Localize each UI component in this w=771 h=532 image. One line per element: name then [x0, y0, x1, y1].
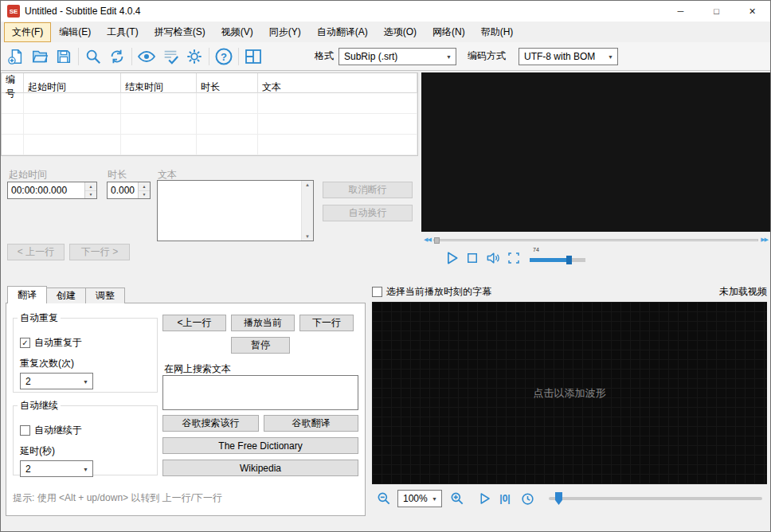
playback-speed-button[interactable] — [519, 490, 536, 507]
tab-create[interactable]: 创建 — [46, 288, 86, 303]
find-button[interactable] — [81, 45, 105, 68]
textarea-scrollbar[interactable]: ▲ ▼ — [301, 181, 313, 241]
spellcheck-icon — [162, 48, 179, 65]
web-search-input[interactable] — [162, 375, 358, 410]
toolbar-separator — [131, 48, 132, 65]
play-button[interactable] — [442, 248, 461, 268]
prev-line-button[interactable]: < 上一行 — [7, 244, 65, 260]
scroll-up-icon[interactable]: ▲ — [305, 182, 310, 187]
video-seekbar[interactable] — [433, 239, 758, 241]
volume-thumb[interactable] — [566, 256, 572, 264]
select-current-subtitle-checkbox[interactable] — [372, 287, 382, 297]
seek-forward-icon[interactable]: ▶▶ — [758, 237, 770, 243]
fullscreen-button[interactable] — [504, 248, 523, 268]
video-display[interactable] — [421, 72, 770, 232]
menu-tools[interactable]: 工具(T) — [99, 22, 146, 42]
translate-prev-button[interactable]: <上一行 — [162, 315, 226, 331]
duration-spinner[interactable]: 0.000 ▲ ▼ — [107, 182, 151, 199]
google-translate-button[interactable]: 谷歌翻译 — [264, 415, 358, 432]
clock-icon — [520, 491, 535, 507]
new-button[interactable] — [4, 45, 28, 68]
waveform-zoom-select[interactable]: 100% ▼ — [397, 490, 442, 507]
table-row[interactable] — [2, 93, 417, 114]
seekbar-thumb[interactable] — [434, 237, 440, 244]
menu-sync[interactable]: 同步(Y) — [261, 22, 309, 42]
auto-continue-checkbox-row[interactable]: 自动继续于 — [20, 424, 82, 437]
scroll-down-icon[interactable]: ▼ — [305, 234, 310, 239]
preview-button[interactable] — [135, 45, 159, 68]
window-title: Untitled - Subtitle Edit 4.0.4 — [25, 6, 140, 17]
window-controls: ─ □ ✕ — [663, 1, 770, 22]
tab-adjust[interactable]: 调整 — [85, 288, 125, 303]
start-time-spinner[interactable]: 00:00:00.000 ▲ ▼ — [7, 182, 97, 199]
translate-next-button[interactable]: 下一行 — [299, 315, 354, 331]
waveform-controls: 100% ▼ |0| — [372, 488, 767, 509]
tab-translate[interactable]: 翻译 — [7, 286, 47, 303]
refresh-arrows-icon — [108, 48, 126, 65]
free-dictionary-button[interactable]: The Free Dictionary — [162, 437, 358, 454]
autobreak-button[interactable]: 自动换行 — [323, 205, 413, 221]
play-current-button[interactable]: 播放当前 — [231, 315, 295, 331]
google-search-button[interactable]: 谷歌搜索该行 — [162, 415, 259, 432]
video-seek-row: ◀◀ ▶▶ — [421, 234, 770, 245]
maximize-button[interactable]: □ — [699, 1, 734, 22]
format-select[interactable]: SubRip (.srt) ▼ — [339, 48, 456, 65]
gear-icon — [186, 48, 203, 65]
waveform-area[interactable]: 点击以添加波形 — [372, 302, 767, 484]
mute-button[interactable] — [483, 248, 503, 268]
encoding-select[interactable]: UTF-8 with BOM ▼ — [519, 48, 618, 65]
wikipedia-button[interactable]: Wikipedia — [162, 460, 358, 476]
spin-down-icon[interactable]: ▼ — [139, 191, 150, 199]
subtitle-text-area[interactable]: ▲ ▼ — [157, 180, 314, 241]
hint-text: 提示: 使用 <Alt + up/down> 以转到 上一行/下一行 — [13, 491, 222, 505]
repeat-count-select[interactable]: 2 ▼ — [20, 373, 93, 389]
translate-panel: 翻译 创建 调整 自动重复 ✓ 自动重复于 重复次数(次) 2 ▼ — [6, 286, 366, 516]
minimize-button[interactable]: ─ — [663, 1, 699, 22]
settings-button[interactable] — [182, 45, 206, 68]
layout-button[interactable] — [241, 45, 265, 68]
waveform-play-button[interactable] — [476, 490, 493, 507]
volume-fill — [530, 258, 569, 262]
auto-repeat-checkbox[interactable]: ✓ — [20, 338, 30, 348]
auto-repeat-checkbox-row[interactable]: ✓ 自动重复于 — [20, 336, 82, 350]
zoom-out-button[interactable] — [375, 490, 393, 507]
seek-back-icon[interactable]: ◀◀ — [421, 237, 433, 243]
delay-select[interactable]: 2 ▼ — [20, 460, 93, 477]
waveform-header: 选择当前播放时刻的字幕 未加载视频 — [372, 285, 767, 299]
auto-continue-checkbox[interactable] — [20, 425, 30, 436]
replace-button[interactable] — [105, 45, 129, 68]
menu-video[interactable]: 视频(V) — [213, 22, 261, 42]
spin-down-icon[interactable]: ▼ — [85, 191, 96, 199]
open-button[interactable] — [28, 45, 52, 68]
menu-spellcheck[interactable]: 拼写检查(S) — [147, 22, 213, 42]
menu-edit[interactable]: 编辑(E) — [51, 22, 99, 42]
subtitle-list[interactable]: 编号 起始时间 结束时间 时长 文本 — [1, 72, 418, 156]
save-button[interactable] — [52, 45, 76, 68]
menu-autotranslate[interactable]: 自动翻译(A) — [309, 22, 376, 42]
next-line-button[interactable]: 下一行 > — [69, 244, 130, 260]
spin-up-icon[interactable]: ▲ — [85, 182, 96, 191]
menu-help[interactable]: 帮助(H) — [473, 22, 522, 42]
menu-file[interactable]: 文件(F) — [4, 22, 51, 42]
menu-network[interactable]: 网络(N) — [425, 22, 473, 42]
auto-repeat-title: 自动重复 — [18, 311, 61, 325]
subtitle-list-header: 编号 起始时间 结束时间 时长 文本 — [2, 73, 417, 93]
center-at-cursor-button[interactable]: |0| — [495, 490, 515, 507]
waveform-position-slider[interactable] — [549, 497, 762, 500]
pause-button[interactable]: 暂停 — [231, 337, 290, 354]
spellcheck-button[interactable] — [159, 45, 182, 68]
stop-button[interactable] — [463, 248, 482, 268]
zoom-in-button[interactable] — [448, 490, 466, 507]
table-row[interactable] — [2, 114, 417, 135]
volume-slider[interactable]: 74 — [530, 248, 585, 268]
tab-strip: 翻译 创建 调整 — [6, 286, 124, 303]
table-row[interactable] — [2, 135, 417, 155]
unbreak-button[interactable]: 取消断行 — [323, 182, 413, 198]
volume-track[interactable] — [530, 258, 585, 262]
close-button[interactable]: ✕ — [734, 1, 770, 22]
menu-options[interactable]: 选项(O) — [376, 22, 425, 42]
toolbar: ? 格式 SubRip (.srt) ▼ 编码方式 UTF-8 with BOM… — [1, 42, 770, 71]
waveform-position-thumb[interactable] — [555, 492, 562, 505]
help-button[interactable]: ? — [212, 45, 236, 68]
spin-up-icon[interactable]: ▲ — [139, 182, 150, 191]
